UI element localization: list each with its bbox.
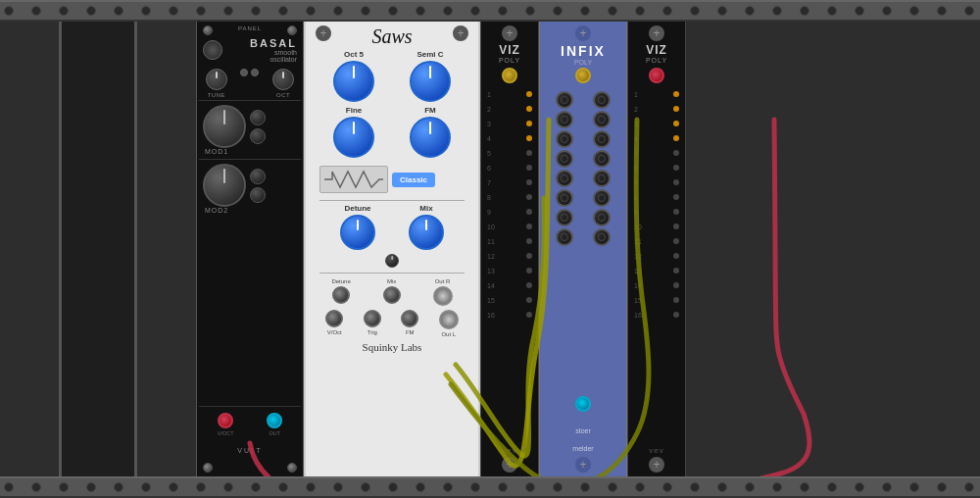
rail-hole (608, 482, 617, 492)
voct-port[interactable] (218, 413, 233, 428)
infix-bottom-port[interactable] (575, 396, 591, 412)
out-port[interactable] (267, 413, 282, 428)
mod2-trim1[interactable] (250, 169, 266, 184)
infix-p6[interactable] (593, 130, 611, 148)
rail-hole (553, 482, 563, 492)
mod2-trim2[interactable] (250, 187, 266, 203)
viz1-dot-16 (526, 312, 532, 318)
saws-divider2 (319, 273, 465, 274)
rail-hole (937, 482, 947, 492)
fm-label: FM (424, 106, 436, 115)
viz1-dot-8 (526, 194, 532, 200)
rail-hole (223, 6, 233, 16)
trig-port[interactable] (364, 310, 381, 327)
voct-port-c: V/Oct (325, 310, 343, 337)
saws-voct-port[interactable] (325, 310, 343, 327)
mod2-knob[interactable] (203, 164, 246, 207)
viz2-poly-label: POLY (646, 57, 667, 64)
top-rail (0, 0, 980, 22)
viz1-add-bottom[interactable]: + (502, 457, 517, 473)
rail-hole (388, 482, 398, 492)
mix-port[interactable] (383, 286, 401, 304)
oct-trim[interactable] (251, 69, 259, 76)
viz2-ch14: 14 (634, 278, 679, 292)
viz2-add-top[interactable]: + (649, 25, 664, 41)
outl-port-label: Out L (441, 331, 456, 337)
mod1-trim1[interactable] (250, 110, 266, 125)
infix-p4[interactable] (593, 111, 611, 128)
infix-p10[interactable] (593, 170, 611, 187)
outl-port-c: Out L (439, 310, 459, 337)
infix-p8[interactable] (593, 150, 611, 168)
viz2-poly-port[interactable] (649, 68, 664, 83)
mix-label: Mix (419, 204, 432, 213)
outr-port[interactable] (433, 286, 453, 306)
rail-hole (169, 482, 178, 492)
oct5-knob[interactable] (333, 61, 374, 102)
infix-row3 (546, 130, 620, 148)
viz1-ch16: 16 (487, 308, 532, 322)
rail-hole (937, 6, 947, 16)
fmin-port[interactable] (401, 310, 418, 327)
viz2-dot-10 (673, 224, 679, 229)
viz2-add-bottom[interactable]: + (649, 457, 664, 473)
infix-poly-port[interactable] (575, 68, 591, 83)
viz1-dot-4 (526, 135, 532, 141)
detune-port-c: Detune (331, 278, 350, 306)
infix-add-bottom[interactable]: + (575, 457, 591, 473)
rail-hole (361, 482, 370, 492)
infix-p15[interactable] (556, 228, 573, 246)
rail-hole (196, 6, 206, 16)
infix-p7[interactable] (556, 150, 573, 168)
fine-container: Fine (319, 106, 388, 158)
semi-c-knob[interactable] (410, 61, 451, 102)
infix-add-top[interactable]: + (575, 25, 591, 41)
mix-knob[interactable] (409, 215, 444, 250)
basal-port-row: V/OCT OUT (201, 413, 299, 436)
tune-knob[interactable] (206, 69, 227, 90)
infix-p2[interactable] (593, 91, 611, 109)
saws-add-left[interactable]: + (316, 25, 331, 41)
basal-title: BASAL (250, 37, 297, 49)
infix-p11[interactable] (556, 189, 573, 207)
trig-port-c: Trig (364, 310, 381, 337)
left-panel (0, 22, 196, 476)
infix-p5[interactable] (556, 130, 573, 148)
infix-p3[interactable] (556, 111, 573, 128)
rail-hole (800, 482, 809, 492)
rail-hole (525, 482, 535, 492)
viz1-channel-list: 1 2 3 4 5 6 7 8 9 10 11 12 13 14 15 16 (483, 87, 536, 446)
fm-knob[interactable] (410, 117, 451, 158)
infix-p1[interactable] (556, 91, 573, 109)
viz1-add-top[interactable]: + (502, 25, 517, 41)
infix-p16[interactable] (593, 228, 611, 246)
rail-hole (4, 482, 14, 492)
outl-port[interactable] (439, 310, 459, 329)
mix-port-label: Mix (387, 278, 396, 284)
detune-knob[interactable] (340, 215, 375, 250)
infix-p9[interactable] (556, 170, 573, 187)
infix-p12[interactable] (593, 189, 611, 207)
classic-button[interactable]: Classic (392, 173, 435, 187)
rail-hole (745, 6, 755, 16)
tune-trim[interactable] (240, 69, 248, 76)
rail-hole (662, 482, 672, 492)
infix-row7 (546, 209, 620, 226)
rail-hole (306, 6, 316, 16)
infix-p14[interactable] (593, 209, 611, 226)
viz2-ch7: 7 (634, 175, 679, 189)
rail-hole (443, 482, 453, 492)
mod1-trim2[interactable] (250, 128, 266, 144)
saws-center-knob[interactable] (385, 254, 399, 268)
oct-knob[interactable] (272, 69, 294, 90)
oct5-container: Oct 5 (319, 50, 388, 102)
saws-add-right[interactable]: + (453, 25, 468, 41)
detune-port[interactable] (332, 286, 350, 304)
rail-hole (717, 482, 727, 492)
rail-hole (690, 482, 700, 492)
mod1-knob[interactable] (203, 105, 246, 148)
viz1-poly-port[interactable] (502, 68, 517, 83)
infix-p13[interactable] (556, 209, 573, 226)
rail-hole (306, 482, 316, 492)
fine-knob[interactable] (333, 117, 374, 158)
